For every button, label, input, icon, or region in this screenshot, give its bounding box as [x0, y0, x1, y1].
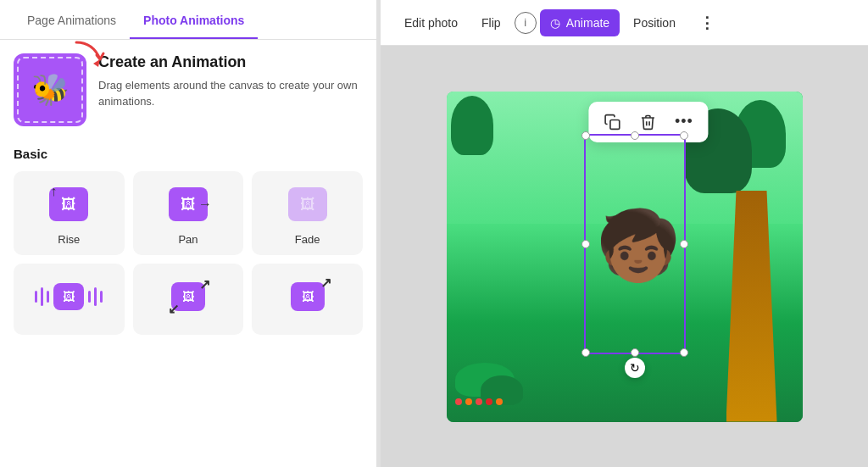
- animation-title: Create an Animation: [98, 53, 363, 72]
- tabs: Page Animations Photo Animations: [0, 0, 376, 40]
- animation-card-pan[interactable]: 🖼 → Pan: [133, 171, 244, 255]
- info-button[interactable]: i: [515, 12, 537, 34]
- scale-arrow-bl: ↙: [168, 301, 179, 317]
- animate-icon: ◷: [550, 16, 560, 30]
- image-icon-pan: 🖼: [181, 196, 196, 214]
- shake-line: [100, 291, 103, 303]
- flowers: [455, 398, 503, 405]
- flower-orange: [465, 398, 472, 405]
- shake-line: [94, 287, 97, 306]
- tab-page-animations[interactable]: Page Animations: [14, 0, 130, 39]
- bee-icon: 🐝: [31, 72, 70, 108]
- pan-arrow: →: [198, 197, 212, 212]
- right-panel: Edit photo Flip i ◷ Animate Position ⋮: [381, 0, 868, 467]
- basic-section: Basic 🖼 ↑ Rise 🖼: [14, 147, 363, 335]
- fade-label: Fade: [295, 233, 320, 246]
- delete-button[interactable]: [634, 108, 661, 136]
- red-arrow-icon: [68, 40, 110, 81]
- animation-icon[interactable]: 🐝: [14, 53, 86, 126]
- more-options-button[interactable]: ⋮: [689, 7, 725, 39]
- fade-preview: 🖼: [281, 182, 335, 226]
- shake-line: [35, 291, 37, 303]
- edit-photo-button[interactable]: Edit photo: [394, 9, 468, 36]
- animation-description: Drag elements around the canvas to creat…: [98, 77, 363, 110]
- animation-card-scale[interactable]: 🖼 ↙ ↗: [133, 264, 244, 335]
- shake-line: [88, 291, 91, 303]
- move-thumb: 🖼: [291, 282, 325, 311]
- canvas-image: ••• 🧒🏾 ↻: [447, 92, 803, 422]
- pan-preview: 🖼 →: [161, 182, 215, 226]
- shake-thumb: 🖼: [53, 283, 84, 310]
- move-arrow: ↗: [320, 275, 331, 291]
- rise-label: Rise: [58, 233, 80, 246]
- top-bar: Edit photo Flip i ◷ Animate Position ⋮: [381, 0, 868, 46]
- svg-rect-1: [609, 120, 619, 129]
- animate-label: Animate: [566, 16, 609, 30]
- animate-button[interactable]: ◷ Animate: [540, 9, 620, 36]
- handle-ml[interactable]: [581, 240, 590, 248]
- handle-br[interactable]: [680, 348, 688, 357]
- image-icon-move: 🖼: [302, 290, 314, 303]
- pan-label: Pan: [178, 233, 198, 246]
- image-icon-fade: 🖼: [300, 196, 315, 214]
- flower-red: [455, 398, 462, 405]
- animation-card-rise[interactable]: 🖼 ↑ Rise: [14, 171, 125, 255]
- svg-marker-0: [93, 59, 100, 67]
- flip-button[interactable]: Flip: [471, 9, 511, 36]
- handle-bm[interactable]: [631, 348, 639, 357]
- shake-lines-left: [35, 287, 49, 306]
- rotate-handle[interactable]: ↻: [625, 358, 645, 378]
- position-button[interactable]: Position: [623, 9, 686, 36]
- scale-preview: 🖼 ↙ ↗: [161, 275, 215, 319]
- basic-section-title: Basic: [14, 147, 363, 161]
- info-icon: i: [524, 16, 526, 29]
- image-icon-scale: 🖼: [182, 290, 194, 303]
- flower-orange2: [496, 398, 503, 405]
- tree-3: [451, 96, 493, 155]
- animation-card-shake[interactable]: 🖼: [14, 264, 125, 335]
- shake-preview: 🖼: [42, 275, 96, 319]
- copy-button[interactable]: [598, 108, 626, 136]
- flower-red3: [486, 398, 492, 405]
- scale-arrow-tr: ↗: [199, 276, 210, 292]
- animation-card-move[interactable]: 🖼 ↗: [252, 264, 363, 335]
- animation-card-fade[interactable]: 🖼 Fade: [252, 171, 363, 255]
- shake-line: [47, 291, 49, 303]
- shake-line: [41, 287, 43, 306]
- fade-thumb: 🖼: [288, 187, 327, 221]
- left-panel: Page Animations Photo Animations 🐝 Creat…: [0, 0, 377, 467]
- rise-arrow: ↑: [50, 184, 57, 199]
- animation-grid: 🖼 ↑ Rise 🖼 → Pan: [14, 171, 363, 335]
- shake-lines-right: [88, 287, 103, 306]
- flower-red2: [476, 398, 482, 405]
- handle-tr[interactable]: [680, 131, 688, 140]
- image-icon-shake: 🖼: [63, 290, 75, 303]
- move-preview: 🖼 ↗: [281, 275, 335, 319]
- animation-text: Create an Animation Drag elements around…: [98, 53, 363, 110]
- create-animation-hero: 🐝 Create an Animation Drag elements arou…: [14, 53, 363, 126]
- canvas-area: ••• 🧒🏾 ↻: [381, 46, 868, 467]
- selection-box[interactable]: ↻: [584, 134, 686, 354]
- handle-tl[interactable]: [581, 131, 590, 140]
- image-icon: 🖼: [61, 196, 76, 214]
- tab-photo-animations[interactable]: Photo Animations: [130, 0, 258, 39]
- rise-preview: 🖼 ↑: [42, 182, 96, 226]
- handle-bl[interactable]: [581, 348, 590, 357]
- panel-content: 🐝 Create an Animation Drag elements arou…: [0, 40, 376, 467]
- handle-tm[interactable]: [631, 131, 639, 140]
- handle-mr[interactable]: [680, 240, 688, 248]
